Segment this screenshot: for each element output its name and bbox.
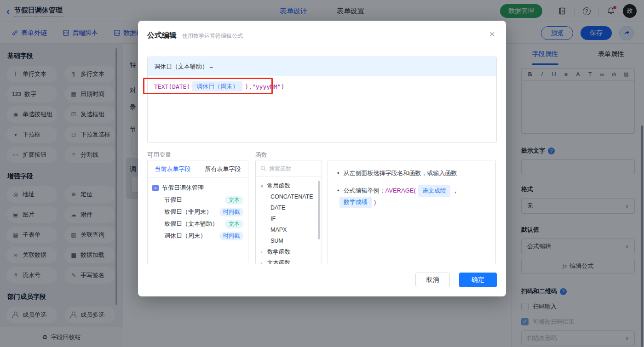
chevron-right-icon: › xyxy=(260,250,265,255)
variable-field-row[interactable]: 节假日 文本 xyxy=(152,194,243,206)
hint-separator: ， xyxy=(453,186,459,196)
cancel-button[interactable]: 取消 xyxy=(415,273,450,287)
formula-editor[interactable]: 调休日（文本辅助） = TEXT(DATE( 调休日（周末） ),"yyyyMM… xyxy=(147,57,497,143)
field-type-badge: 时间戳 xyxy=(219,208,243,216)
variables-tree-root[interactable]: ≡ 节假日调休管理 xyxy=(152,182,243,194)
variables-panel: 当前表单字段 所有表单字段 ≡ 节假日调休管理 节假日 文本 放假日（非周末） … xyxy=(147,160,248,264)
formula-code-prefix: TEXT(DATE( xyxy=(154,83,190,90)
function-group-text[interactable]: ›文本函数 xyxy=(260,257,322,264)
variables-label: 可用变量 xyxy=(147,151,171,159)
chevron-right-icon: › xyxy=(260,261,265,265)
function-item[interactable]: CONCATENATE xyxy=(260,191,322,202)
search-icon xyxy=(260,165,266,171)
example-field-chip: 数学成绩 xyxy=(339,197,372,208)
form-doc-icon: ≡ xyxy=(152,185,159,191)
function-search[interactable] xyxy=(256,160,322,177)
close-icon[interactable]: × xyxy=(489,29,495,39)
variable-field-row[interactable]: 调休日（周末） 时间戳 xyxy=(152,230,243,242)
hint-example-close: ) xyxy=(374,198,376,207)
confirm-button[interactable]: 确定 xyxy=(459,273,497,287)
hint-line-1: 从左侧面板选择字段名和函数，或输入函数 xyxy=(344,169,457,178)
modal-title: 公式编辑 xyxy=(147,31,177,40)
hint-example-function: AVERAGE( xyxy=(385,186,416,196)
functions-label: 函数 xyxy=(255,151,267,159)
function-item[interactable]: DATE xyxy=(260,202,322,213)
formula-field-chip[interactable]: 调休日（周末） xyxy=(192,81,242,91)
modal-subtitle: 使用数学运算符编辑公式 xyxy=(182,32,243,40)
function-group-math[interactable]: ›数学函数 xyxy=(260,246,322,257)
field-type-badge: 文本 xyxy=(225,220,243,228)
hint-example-label: 公式编辑举例： xyxy=(344,186,385,196)
example-field-chip: 语文成绩 xyxy=(418,185,450,197)
tab-current-form-fields[interactable]: 当前表单字段 xyxy=(155,165,191,173)
function-group-common[interactable]: ∨常用函数 xyxy=(260,180,322,191)
functions-panel: ∨常用函数 CONCATENATE DATE IF MAPX SUM ›数学函数… xyxy=(255,160,322,264)
function-item[interactable]: IF xyxy=(260,213,322,224)
bullet-icon: • xyxy=(337,186,339,196)
function-item[interactable]: SUM xyxy=(260,235,322,246)
formula-code-suffix: ),"yyyyMM") xyxy=(245,83,284,90)
bullet-icon: • xyxy=(337,169,339,178)
variable-field-row[interactable]: 放假日（非周末） 时间戳 xyxy=(152,206,243,218)
function-search-input[interactable] xyxy=(269,165,315,172)
variable-field-row[interactable]: 放假日（文本辅助） 文本 xyxy=(152,218,243,230)
function-item[interactable]: MAPX xyxy=(260,224,322,235)
hint-panel: • 从左侧面板选择字段名和函数，或输入函数 • 公式编辑举例： AVERAGE(… xyxy=(328,160,496,264)
formula-target-label: 调休日（文本辅助） = xyxy=(148,57,496,76)
tab-all-form-fields[interactable]: 所有表单字段 xyxy=(205,165,241,173)
field-type-badge: 文本 xyxy=(225,196,243,205)
field-type-badge: 时间戳 xyxy=(219,232,243,240)
formula-expression[interactable]: TEXT(DATE( 调休日（周末） ),"yyyyMM") xyxy=(148,76,496,97)
formula-edit-modal: 公式编辑 使用数学运算符编辑公式 × 调休日（文本辅助） = TEXT(DATE… xyxy=(138,21,506,296)
chevron-down-icon: ∨ xyxy=(260,183,265,188)
functions-scrollbar[interactable] xyxy=(318,181,320,239)
